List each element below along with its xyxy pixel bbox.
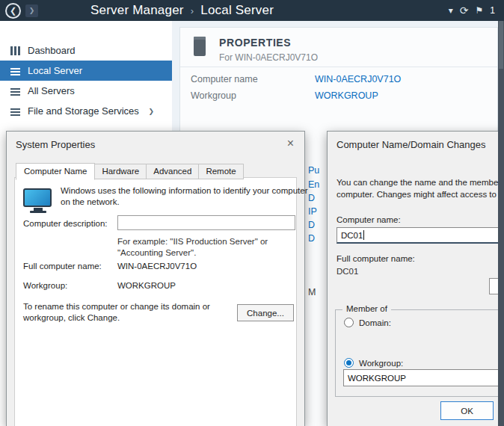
workgroup-input[interactable]: WORKGROUP [343,369,504,386]
workgroup-radio[interactable]: Workgroup: [344,358,403,368]
titlebar-actions: ▾ ⟳ ⚑ 1 [449,4,495,16]
dialog-title: System Properties [16,139,95,150]
page-title: Local Server [200,3,274,18]
scrollbar[interactable] [498,21,504,426]
breadcrumb: Server Manager › Local Server [90,3,274,18]
tab-computer-name[interactable]: Computer Name [16,163,95,180]
radio-unchecked-icon [344,318,354,327]
rename-hint-text: workgroup, click Change. [23,313,120,322]
computer-name-input[interactable]: DC01 [336,227,504,244]
clipped-link-fragment[interactable]: D [308,220,315,230]
computer-name-value: DC01 [341,231,363,240]
dialog-title: Computer Name/Domain Changes [336,139,485,150]
system-properties-dialog: System Properties × Computer Name Hardwa… [6,131,305,426]
member-of-label: Member of [342,304,391,313]
rename-hint-text: To rename this computer or change its do… [23,302,210,311]
scrollbar-thumb[interactable] [499,21,503,69]
workgroup-link[interactable]: WORKGROUP [315,90,378,101]
forward-button[interactable]: ❯ [25,4,38,17]
clipped-link-fragment[interactable]: D [308,193,315,203]
example-text: For example: "IIS Production Server" or [117,237,268,246]
change-button[interactable]: Change... [237,304,294,321]
full-computer-name-value: DC01 [336,267,358,276]
server-icon [10,67,20,75]
properties-subheading: For WIN-0AECRJ0V71O [219,52,318,63]
sidebar-item-label: All Servers [28,85,75,96]
intro-text: You can change the name and the membersh… [336,178,504,187]
sidebar-item-local-server[interactable]: Local Server [0,61,172,81]
full-computer-name-label: Full computer name: [23,262,102,271]
workgroup-label: Workgroup [191,90,236,101]
notification-count: 1 [490,5,495,16]
server-manager-window: ❮ ❯ Server Manager › Local Server ▾ ⟳ ⚑ … [0,0,504,426]
ok-button[interactable]: OK [440,401,494,420]
clipped-link-fragment[interactable]: IP [308,206,317,217]
radio-checked-icon [344,358,354,368]
computer-name-link[interactable]: WIN-0AECRJ0V71O [315,74,401,84]
forward-icon: ❯ [29,7,35,14]
computer-name-label: Computer name [191,74,258,84]
workgroup-value: WORKGROUP [117,281,176,290]
tab-hardware[interactable]: Hardware [94,164,147,179]
tab-remote[interactable]: Remote [198,164,243,179]
domain-changes-dialog: Computer Name/Domain Changes You can cha… [327,131,504,426]
intro-text: computer. Changes might affect access to… [336,190,504,199]
workgroup-label: Workgroup: [23,281,67,290]
titlebar: ❮ ❯ Server Manager › Local Server ▾ ⟳ ⚑ … [0,0,504,21]
sidebar-item-all-servers[interactable]: All Servers [0,81,172,101]
close-icon[interactable]: × [284,136,297,151]
sidebar-item-file-storage-services[interactable]: File and Storage Services ❯ [0,101,172,121]
properties-header: PROPERTIES For WIN-0AECRJ0V71O [180,28,497,63]
computer-description-input[interactable] [117,215,295,230]
properties-heading: PROPERTIES [219,37,318,49]
servers-icon [10,87,20,96]
clipped-link-fragment[interactable]: En [308,179,319,190]
computer-name-label: Computer name: [336,215,401,224]
clipped-text-fragment: M [308,287,316,297]
server-tile-icon [194,37,206,56]
monitor-icon [23,188,53,213]
chevron-right-icon: ❯ [148,108,154,115]
divider [180,67,497,67]
back-button[interactable]: ❮ [5,3,21,19]
sidebar-item-label: Local Server [28,65,82,76]
text-cursor [363,230,364,240]
back-icon: ❮ [10,6,16,16]
dashboard-icon [10,46,20,55]
clipped-link-fragment[interactable]: D [308,233,315,244]
app-title: Server Manager [90,3,184,18]
domain-radio-label: Domain: [359,318,391,327]
sidebar-item-label: Dashboard [28,45,76,56]
intro-text: on the network. [61,197,120,206]
notification-flag-icon[interactable]: ⚑ [476,5,484,16]
chevron-down-icon[interactable]: ▾ [449,5,453,16]
breadcrumb-separator-icon: › [191,5,194,16]
full-computer-name-label: Full computer name: [336,254,415,263]
workgroup-input-value: WORKGROUP [348,374,406,383]
example-text: "Accounting Server". [117,248,196,257]
tab-advanced[interactable]: Advanced [146,164,199,179]
workgroup-radio-label: Workgroup: [359,359,403,368]
domain-radio[interactable]: Domain: [344,318,391,327]
storage-icon [10,107,20,116]
sidebar-item-dashboard[interactable]: Dashboard [0,40,172,61]
full-computer-name-value: WIN-0AECRJ0V71O [117,262,197,271]
refresh-icon[interactable]: ⟳ [460,4,469,16]
computer-description-label: Computer description: [23,219,108,228]
sidebar-item-label: File and Storage Services [28,105,139,117]
tab-strip: Computer Name Hardware Advanced Remote [16,162,243,179]
intro-text: Windows uses the following information t… [61,186,307,195]
clipped-link-fragment[interactable]: Pu [308,165,319,176]
